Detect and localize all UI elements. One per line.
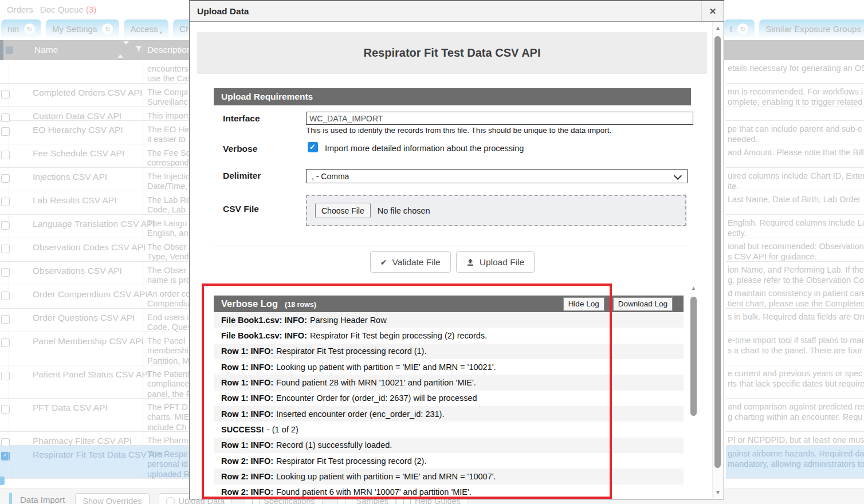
table-row[interactable]: Completed Orders CSV API The Compl Surve… [0,84,189,107]
log-row-text: Encounter Order for (order_id: 2637) wil… [276,393,477,403]
download-log-button[interactable]: Download Log [613,297,673,311]
delimiter-select[interactable]: , - Comma [306,169,688,183]
verbose-label: Verbose [223,144,257,154]
log-row-text: Found patient 6 with MRN '10007' and par… [276,487,472,497]
sort-icon[interactable] [117,45,129,55]
table-row-description[interactable]: and Amount. Please note that the Billi [726,144,864,168]
table-row[interactable]: encounters use the Cas [0,60,189,84]
table-row-description[interactable]: e current and previous years or spec rts… [726,365,864,399]
upload-file-button[interactable]: Upload File [456,251,535,273]
scroll-up-icon[interactable]: ▲ [715,25,721,31]
log-row-prefix: Row 1: INFO: [221,410,273,419]
table-row[interactable]: Order Compendium CSV API An order co Com… [0,285,189,309]
refresh-icon[interactable]: ↻ [737,23,748,34]
scroll-down-icon[interactable]: ▼ [715,489,721,495]
table-row[interactable]: Patient Panel Status CSV API The Patient… [0,365,189,399]
table-row-description[interactable]: and comparison against predicted res g c… [726,399,864,432]
table-row[interactable]: Pharmacy Filter CSV API The Pharm [0,432,189,446]
api-title-panel: Respirator Fit Test Data CSV API [197,32,707,74]
file-status-text: No file chosen [378,206,430,215]
row-name: Panel Membership CSV API [33,336,144,346]
nav-doc-queue[interactable]: Doc Queue (3) [40,5,96,14]
log-row-text: Parsing Header Row [310,316,387,325]
table-row-description[interactable]: Last Name, Date of Birth, Lab Order [726,191,864,215]
close-icon[interactable]: ✕ [701,1,724,21]
log-row: Row 1: INFO: Respirator Fit Test process… [214,344,684,359]
column-header-description[interactable]: Description [147,45,192,55]
table-row[interactable]: Custom Data CSV API This import [0,107,189,121]
table-row-description[interactable]: e-time import tool if staff plans to man… [726,332,864,365]
action-buttons: ✔ Validate File Upload File [214,251,691,273]
log-row-text: Found patient 28 with MRN '10021' and pa… [276,378,476,387]
row-description-fragment: The EO Hie it easier to [147,125,189,145]
table-row[interactable]: Observation Codes CSV API The Obser Type… [0,238,189,262]
modal-title-bar: Upload Data ✕ [190,1,724,22]
nav-tab[interactable]: Access ↻ ▾ [124,19,168,38]
refresh-icon[interactable]: ↻ [24,23,35,34]
row-description-fragment: The Obser Type, Vend [147,242,189,262]
filter-icon[interactable] [135,45,143,55]
log-scrollbar-thumb[interactable] [690,297,697,416]
table-row[interactable]: Panel Membership CSV API The Panel membe… [0,332,189,365]
api-title: Respirator Fit Test Data CSV API [364,46,541,60]
table-row-description[interactable]: English. Required columns include La ect… [726,215,864,238]
table-row[interactable]: Injections CSV API The Injectio Date/Tim… [0,168,189,191]
table-row-description[interactable]: etails necessary for generating an OS [726,60,864,84]
table-row-description[interactable]: mn is recommended. For workflows i omple… [726,84,864,107]
log-scrollbar[interactable]: ▲ [690,285,698,499]
table-row[interactable]: Order Questions CSV API End users i Code… [0,309,189,332]
validate-file-button[interactable]: ✔ Validate File [370,251,451,273]
upload-icon [466,258,474,266]
row-description-fragment: The Compl Surveillanc [147,88,188,108]
table-row[interactable]: Fee Schedule CSV API The Fee Sc correspo… [0,144,189,168]
row-description-fragment: The Respir personal id uploaded R [147,450,189,479]
log-row-prefix: Row 2: INFO: [221,456,273,466]
top-nav: Orders Doc Queue (3) [0,0,189,18]
nav-orders[interactable]: Orders [7,5,33,14]
column-header-name[interactable]: Name [34,45,58,55]
log-row-text: Respirator Fit Test begin processing (2)… [310,331,487,340]
table-row[interactable]: Lab Results CSV API The Lab Re Code, Lab [0,191,189,215]
sort-filter-icons [117,45,143,55]
table-row-description[interactable]: s in bulk. Required data fields are Ord [726,309,864,332]
column-divider [143,40,143,60]
footer-button[interactable]: Show Overrides [75,493,149,504]
scroll-up-icon[interactable]: ▲ [691,285,696,291]
choose-file-button[interactable]: Choose File [315,203,371,218]
table-row-description[interactable]: d maintain consistency in patient care t… [726,285,864,309]
table-row-description[interactable]: PI or NCPDPID, but at least one must [726,432,864,446]
refresh-icon[interactable]: ↻ [102,23,113,34]
table-row[interactable]: PFT Data CSV API The PFT D charts. MIE i… [0,399,189,432]
table-row-description[interactable]: pe that can include parent and sub-e nee… [726,121,864,144]
nav-tab[interactable]: nin ↻ ▾ [1,19,41,38]
table-row[interactable]: Observations CSV API The Obser name is p… [0,262,189,285]
select-all-checkbox[interactable] [6,46,13,54]
row-description-fragment: An order co Compendiu [147,289,189,309]
table-row[interactable]: Language Translation CSV API The Langu E… [0,215,189,238]
hide-log-button[interactable]: Hide Log [563,297,604,311]
table-row[interactable]: Respirator Fit Test Data CSV API The Res… [0,446,189,479]
row-name: Lab Results CSV API [33,195,116,206]
table-header: Name Description [0,40,189,60]
verbose-log-header: Verbose Log (18 rows) Hide Log Download … [214,296,684,312]
api-table-right: etails necessary for generating an OS mn… [726,60,864,479]
nav-tab[interactable]: Similar Exposure Groups (SEG ↻ [759,19,864,38]
modal-scrollbar-thumb[interactable] [714,36,721,468]
log-row: SUCCESS! - (1 of 2) [214,422,684,437]
table-row-description[interactable]: gainst airborne hazards. Required da man… [726,446,864,479]
nav-tab[interactable]: Chart ↻ ▾ [173,19,189,38]
csv-dropzone[interactable]: Choose File No file chosen [306,195,686,226]
table-row-description[interactable]: ion Name, and Performing Lab. If the g, … [726,262,864,285]
log-row: Row 1: INFO: Looking up patient with par… [214,359,684,375]
modal-scrollbar[interactable]: ▲ ▼ [712,22,723,498]
nav-tab[interactable]: t ↻ [724,19,755,38]
table-row-description[interactable] [726,107,864,121]
nav-tab[interactable]: My Settings ↻ ▾ [46,19,119,38]
table-row[interactable]: EO Hierarchy CSV API The EO Hie it easie… [0,121,189,144]
verbose-checkbox[interactable] [308,142,318,152]
interface-input[interactable] [306,112,693,125]
log-row-prefix: Row 2: INFO: [221,487,273,497]
table-row-description[interactable]: uired columns include Chart ID, Exter it… [726,168,864,191]
log-row-prefix: Row 1: INFO: [221,378,273,387]
table-row-description[interactable]: ional but recommended: Observation s CSV… [726,238,864,262]
